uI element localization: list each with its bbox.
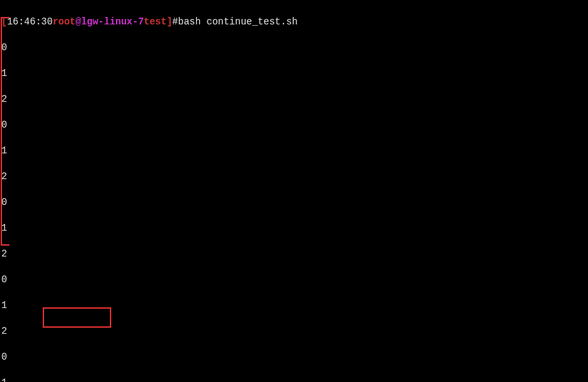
output-line: 1 (1, 299, 587, 312)
prompt-dir: test (144, 16, 167, 27)
output-line: 0 (1, 196, 587, 209)
prompt-host: lgw-linux-7 (81, 16, 144, 27)
output-line: 1 (1, 377, 587, 382)
output-line: 0 (1, 273, 587, 286)
output-line: 2 (1, 248, 587, 261)
prompt-user: root (53, 16, 76, 27)
output-line: 2 (1, 170, 587, 183)
output-line: 2 (1, 325, 587, 338)
output-line: 1 (1, 145, 587, 157)
command-text: bash continue_test.sh (178, 16, 297, 27)
output-line: 0 (1, 351, 587, 364)
prompt-line-1: [16:46:30root@lgw-linux-7test]#bash cont… (1, 16, 587, 28)
terminal-window[interactable]: [16:46:30root@lgw-linux-7test]#bash cont… (0, 0, 588, 382)
bracket-close: ] (167, 16, 172, 27)
output-line: 0 (1, 119, 587, 132)
output-line: 1 (1, 222, 587, 235)
prompt-time: 16:46:30 (7, 16, 52, 27)
prompt-at: @ (75, 16, 81, 27)
output-line: 0 (1, 41, 587, 54)
output-line: 2 (1, 93, 587, 106)
output-line: 1 (1, 67, 587, 80)
